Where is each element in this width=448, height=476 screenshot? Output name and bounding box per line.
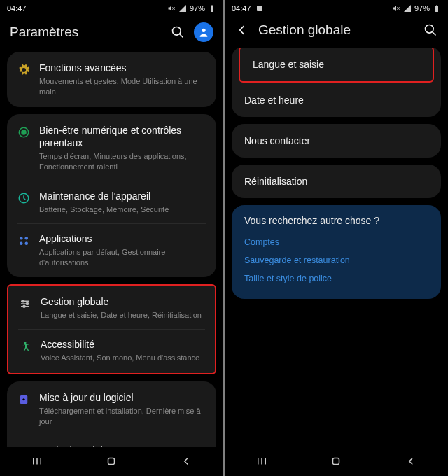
accessibility-icon xyxy=(18,340,32,354)
svg-point-7 xyxy=(25,237,29,240)
svg-line-1 xyxy=(180,34,183,38)
item-mise-a-jour[interactable]: Mise à jour du logiciel Téléchargement e… xyxy=(7,383,216,435)
item-gestion-globale[interactable]: Gestion globale Langue et saisie, Date e… xyxy=(8,287,215,329)
item-langue-et-saisie[interactable]: Langue et saisie xyxy=(239,48,434,83)
item-subtitle: Langue et saisie, Date et heure, Réiniti… xyxy=(41,310,205,321)
item-subtitle: Batterie, Stockage, Mémoire, Sécurité xyxy=(39,204,206,215)
settings-screen: 04:47 97% Paramètres Fonctions avancées … xyxy=(0,0,223,476)
search-icon xyxy=(424,23,438,37)
item-maintenance[interactable]: Maintenance de l'appareil Batterie, Stoc… xyxy=(17,181,206,223)
item-title: Maintenance de l'appareil xyxy=(39,190,206,203)
apps-icon xyxy=(17,234,31,248)
general-icon xyxy=(18,297,32,311)
suggestion-link-sauvegarde[interactable]: Sauvegarde et restauration xyxy=(244,251,428,270)
item-applications[interactable]: Applications Applications par défaut, Ge… xyxy=(17,223,206,276)
battery-pct: 97% xyxy=(190,4,205,13)
svg-line-26 xyxy=(433,32,436,36)
svg-point-9 xyxy=(25,241,29,245)
detail-list: Langue et saisie Date et heure Nous cont… xyxy=(225,48,448,447)
nav-recents[interactable] xyxy=(29,454,45,469)
status-icons: 97% xyxy=(392,4,441,13)
battery-icon xyxy=(433,4,441,13)
item-bien-etre[interactable]: Bien-être numérique et contrôles parenta… xyxy=(7,115,216,181)
status-bar: 04:47 97% xyxy=(225,0,448,17)
item-fonctions-avancees[interactable]: Fonctions avancées Mouvements et gestes,… xyxy=(7,53,216,106)
nav-bar xyxy=(225,447,448,476)
mute-icon xyxy=(167,4,176,13)
item-mode-emploi[interactable]: ? Mode d'emploi Mode d'emploi xyxy=(17,435,206,447)
item-subtitle: Temps d'écran, Minuteurs des application… xyxy=(39,151,206,172)
status-time: 04:47 xyxy=(7,4,27,13)
nav-back[interactable] xyxy=(403,454,419,469)
advanced-icon xyxy=(17,63,31,77)
svg-point-13 xyxy=(22,300,24,302)
item-subtitle: Voice Assistant, Son mono, Menu d'assist… xyxy=(41,353,205,363)
nav-back[interactable] xyxy=(178,454,194,469)
item-title: Mise à jour du logiciel xyxy=(39,391,206,405)
header: Gestion globale xyxy=(225,17,448,48)
item-subtitle: Mouvements et gestes, Mode Utilisation à… xyxy=(39,76,206,97)
settings-group-highlighted: Gestion globale Langue et saisie, Date e… xyxy=(7,284,216,374)
suggestion-link-comptes[interactable]: Comptes xyxy=(244,233,428,251)
item-nous-contacter[interactable]: Nous contacter xyxy=(232,124,441,158)
suggestions-panel: Vous recherchez autre chose ? Comptes Sa… xyxy=(232,205,441,299)
chevron-left-icon xyxy=(235,23,249,37)
user-icon xyxy=(198,27,209,38)
nav-home[interactable] xyxy=(328,454,344,469)
svg-point-25 xyxy=(426,25,434,34)
svg-point-4 xyxy=(22,130,26,134)
svg-point-8 xyxy=(20,241,23,245)
settings-group: Fonctions avancées Mouvements et gestes,… xyxy=(7,52,216,107)
item-title: Applications xyxy=(39,232,206,246)
suggestions-title: Vous recherchez autre chose ? xyxy=(244,215,428,226)
device-care-icon xyxy=(17,191,31,205)
item-subtitle: Applications par défaut, Gestionnaire d'… xyxy=(39,247,206,268)
wellbeing-icon xyxy=(17,125,31,139)
nav-bar xyxy=(0,447,223,476)
mute-icon xyxy=(392,4,400,13)
item-label: Nous contacter xyxy=(244,135,310,146)
svg-point-16 xyxy=(24,342,27,344)
page-title: Paramètres xyxy=(10,24,162,40)
item-accessibilite[interactable]: Accessibilité Voice Assistant, Son mono,… xyxy=(18,329,205,372)
signal-icon xyxy=(178,4,187,13)
profile-button[interactable] xyxy=(194,22,214,42)
svg-rect-24 xyxy=(257,6,262,11)
settings-group: Bien-être numérique et contrôles parenta… xyxy=(7,114,216,278)
general-management-screen: 04:47 97% Gestion globale Langue et sais… xyxy=(225,0,448,476)
nav-home[interactable] xyxy=(104,454,119,469)
item-subtitle: Téléchargement et installation, Dernière… xyxy=(39,406,206,427)
svg-point-14 xyxy=(27,303,29,305)
item-title: Accessibilité xyxy=(41,338,205,351)
battery-icon xyxy=(208,4,216,13)
search-button[interactable] xyxy=(170,24,186,40)
search-icon xyxy=(171,25,185,39)
header: Paramètres xyxy=(0,17,223,52)
svg-point-0 xyxy=(173,27,181,36)
settings-group: Langue et saisie Date et heure xyxy=(232,48,441,117)
page-title: Gestion globale xyxy=(258,22,414,38)
suggestion-link-police[interactable]: Taille et style de police xyxy=(244,270,428,288)
item-title: Bien-être numérique et contrôles parenta… xyxy=(39,124,206,150)
signal-icon xyxy=(403,4,412,13)
battery-pct: 97% xyxy=(414,4,430,13)
item-title: Gestion globale xyxy=(41,295,205,309)
settings-list: Fonctions avancées Mouvements et gestes,… xyxy=(0,52,223,447)
item-label: Réinitialisation xyxy=(244,176,307,187)
svg-point-15 xyxy=(23,306,25,308)
item-reinitialisation[interactable]: Réinitialisation xyxy=(232,164,441,198)
settings-group: Mise à jour du logiciel Téléchargement e… xyxy=(7,382,216,447)
back-button[interactable] xyxy=(234,22,250,38)
status-bar: 04:47 97% xyxy=(0,0,223,17)
nav-recents[interactable] xyxy=(254,454,270,469)
status-time: 04:47 xyxy=(232,4,251,13)
search-button[interactable] xyxy=(423,22,438,38)
status-icons: 97% xyxy=(167,4,216,13)
svg-point-6 xyxy=(20,237,23,240)
svg-rect-30 xyxy=(333,458,340,465)
item-date-et-heure[interactable]: Date et heure xyxy=(244,83,428,117)
item-title: Fonctions avancées xyxy=(39,62,206,75)
svg-point-2 xyxy=(202,29,205,32)
item-label: Date et heure xyxy=(244,94,304,106)
screenshot-icon xyxy=(255,4,264,13)
